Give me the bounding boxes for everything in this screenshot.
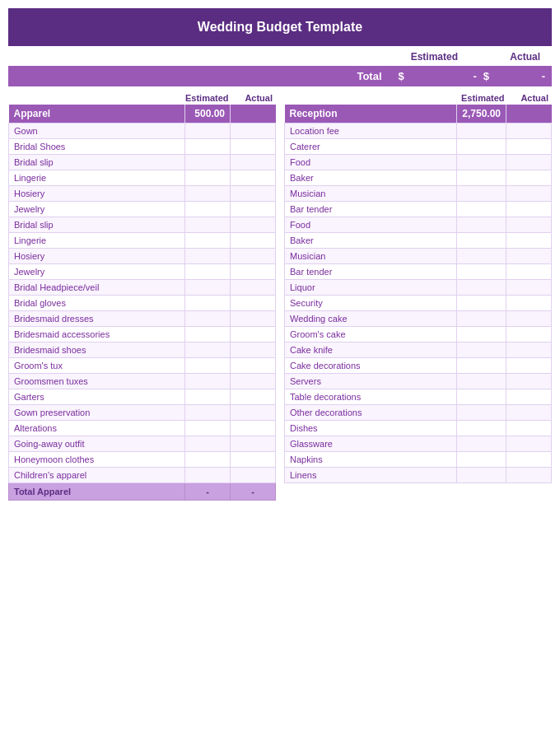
table-row: Jewelry (9, 264, 276, 280)
item-label: Hosiery (9, 186, 185, 202)
table-row: Children's apparel (9, 468, 276, 483)
estimated-cell (185, 358, 231, 374)
actual-cell (231, 139, 276, 155)
table-row: Going-away outfit (9, 436, 276, 452)
item-label: Hosiery (9, 249, 185, 264)
table-row: Hosiery (9, 186, 276, 202)
item-label: Table decorations (285, 389, 457, 405)
total-actual-value: - (496, 70, 545, 82)
actual-cell (506, 327, 552, 343)
table-row: Napkins (285, 452, 552, 468)
page-title: Wedding Budget Template (8, 8, 552, 46)
item-label: Caterer (285, 139, 457, 155)
reception-table: Reception 2,750.00 Location fee Caterer … (284, 105, 552, 483)
actual-cell (506, 452, 552, 468)
apparel-section: Estimated Actual Apparel 500.00 Gown Bri… (8, 93, 276, 501)
apparel-category-label: Apparel (9, 105, 185, 124)
table-row: Alterations (9, 421, 276, 436)
item-label: Musician (285, 186, 457, 202)
item-label: Garters (9, 389, 185, 405)
apparel-total-actual: - (231, 483, 276, 501)
table-row: Baker (285, 233, 552, 249)
item-label: Alterations (9, 421, 185, 436)
left-col-headers: Estimated Actual (8, 93, 276, 103)
item-label: Lingerie (9, 233, 185, 249)
reception-category-value: 2,750.00 (457, 105, 506, 124)
actual-cell (506, 405, 552, 421)
table-row: Bridal slip (9, 155, 276, 170)
item-label: Bridal Shoes (9, 139, 185, 155)
table-row: Bridal slip (9, 217, 276, 233)
table-row: Gown (9, 124, 276, 139)
item-label: Cake knife (285, 343, 457, 358)
estimated-cell (185, 374, 231, 389)
estimated-cell (457, 468, 506, 483)
estimated-cell (185, 139, 231, 155)
reception-category-row: Reception 2,750.00 (285, 105, 552, 124)
estimated-cell (457, 343, 506, 358)
actual-cell (231, 249, 276, 264)
actual-cell (231, 468, 276, 483)
estimated-cell (457, 233, 506, 249)
grand-total-row: Total $ - $ - (8, 66, 552, 86)
item-label: Linens (285, 468, 457, 483)
item-label: Dishes (285, 421, 457, 436)
estimated-cell (185, 436, 231, 452)
actual-cell (506, 311, 552, 327)
estimated-header-label: Estimated (408, 51, 458, 63)
actual-cell (506, 170, 552, 186)
estimated-cell (185, 327, 231, 343)
table-row: Honeymoon clothes (9, 452, 276, 468)
estimated-cell (185, 468, 231, 483)
left-actual-col-header: Actual (231, 93, 276, 103)
item-label: Musician (285, 249, 457, 264)
item-label: Gown preservation (9, 405, 185, 421)
item-label: Groom's cake (285, 327, 457, 343)
estimated-cell (185, 233, 231, 249)
actual-cell (231, 170, 276, 186)
actual-cell (231, 358, 276, 374)
right-col-headers: Estimated Actual (284, 93, 552, 103)
actual-cell (506, 343, 552, 358)
estimated-cell (457, 202, 506, 217)
table-row: Food (285, 155, 552, 170)
table-row: Security (285, 296, 552, 311)
item-label: Wedding cake (285, 311, 457, 327)
table-row: Bridesmaid dresses (9, 311, 276, 327)
total-value: $ - $ - (399, 70, 545, 82)
estimated-cell (185, 217, 231, 233)
table-row: Wedding cake (285, 311, 552, 327)
estimated-cell (457, 296, 506, 311)
estimated-cell (457, 327, 506, 343)
table-row: Bridesmaid accessories (9, 327, 276, 343)
estimated-cell (185, 155, 231, 170)
estimated-cell (457, 249, 506, 264)
actual-cell (231, 405, 276, 421)
actual-cell (506, 202, 552, 217)
actual-cell (506, 186, 552, 202)
actual-cell (231, 280, 276, 296)
table-row: Groom's tux (9, 358, 276, 374)
actual-cell (506, 249, 552, 264)
item-label: Bridal Headpiece/veil (9, 280, 185, 296)
table-row: Cake decorations (285, 358, 552, 374)
actual-cell (506, 468, 552, 483)
apparel-total-estimated: - (185, 483, 231, 501)
table-row: Liquor (285, 280, 552, 296)
item-label: Bar tender (285, 202, 457, 217)
actual-cell (231, 264, 276, 280)
item-label: Bridal slip (9, 217, 185, 233)
item-label: Baker (285, 170, 457, 186)
table-row: Cake knife (285, 343, 552, 358)
estimated-cell (457, 421, 506, 436)
estimated-cell (185, 170, 231, 186)
right-estimated-col-header: Estimated (461, 93, 506, 103)
estimated-cell (457, 389, 506, 405)
table-row: Bar tender (285, 202, 552, 217)
item-label: Groom's tux (9, 358, 185, 374)
table-row: Lingerie (9, 233, 276, 249)
item-label: Gown (9, 124, 185, 139)
estimated-cell (185, 249, 231, 264)
item-label: Honeymoon clothes (9, 452, 185, 468)
item-label: Bridesmaid dresses (9, 311, 185, 327)
